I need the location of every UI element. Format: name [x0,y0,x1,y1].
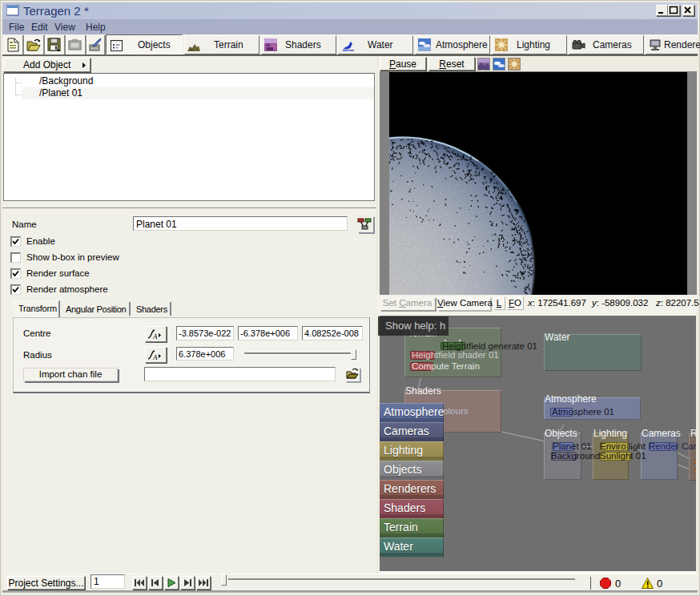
svg-text:A: A [152,353,158,361]
svg-text:A: A [152,332,158,340]
